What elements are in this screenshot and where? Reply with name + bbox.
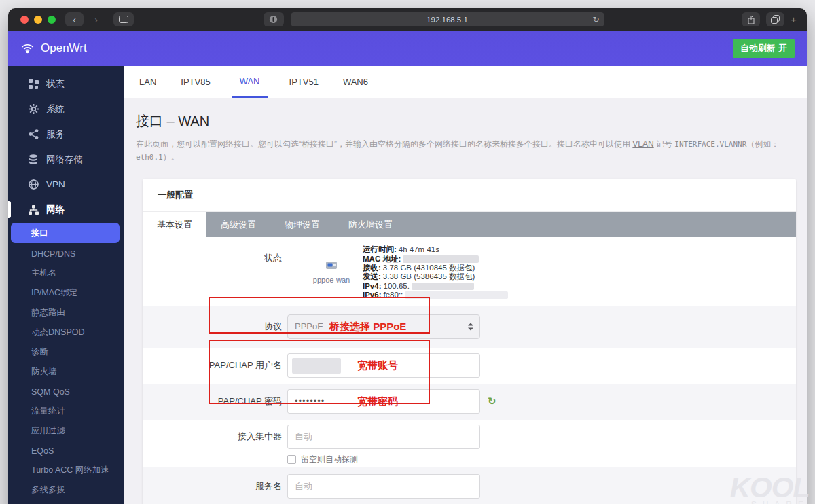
status-row: 状态 pppoe-wan 运行时间:4h 47m 41s MAC 地址: 接收:…: [143, 237, 796, 305]
sidebar-item-system[interactable]: 系统: [8, 96, 124, 122]
sidebar-subitem-static-routes[interactable]: 静态路由: [8, 303, 124, 323]
desc-text: （例如：: [746, 139, 779, 149]
status-value: 3.78 GB (4310845 数据包): [383, 264, 475, 272]
share-button[interactable]: [742, 12, 760, 26]
password-refresh-icon[interactable]: ↻: [488, 395, 496, 408]
traffic-lights: [20, 16, 56, 24]
page-settings-icon: [269, 15, 278, 24]
tab-wan[interactable]: WAN: [232, 66, 268, 98]
hint-text: 留空则自动探测: [301, 454, 358, 465]
tab-advanced-settings[interactable]: 高级设置: [206, 212, 270, 237]
status-value: 3.38 GB (5386435 数据包): [383, 272, 475, 281]
service-name-input[interactable]: [287, 474, 480, 499]
sidebar-subitem-label: 诊断: [31, 346, 48, 358]
page-settings-button[interactable]: [264, 12, 284, 26]
sidebar-subitem-eqos[interactable]: EQoS: [8, 441, 124, 461]
sidebar-item-status[interactable]: 状态: [8, 71, 124, 96]
nodes-icon: [28, 129, 39, 140]
auto-refresh-button[interactable]: 自动刷新 开: [733, 39, 795, 58]
checkbox-icon[interactable]: [287, 455, 296, 464]
sidebar-subitem-ddns[interactable]: 动态DNSPOD: [8, 323, 124, 342]
forward-button[interactable]: ›: [87, 12, 105, 26]
content-area: LAN IPTV85 WAN IPTV51 WAN6 接口 – WAN 在此页面…: [124, 66, 807, 504]
new-tab-button[interactable]: +: [791, 14, 800, 25]
status-key: 接收:: [363, 264, 381, 272]
back-button[interactable]: ‹: [65, 12, 84, 26]
sidebar-item-network[interactable]: 网络: [8, 197, 124, 222]
status-line-mac: MAC 地址:: [363, 255, 508, 264]
tab-lan[interactable]: LAN: [136, 66, 160, 98]
sidebar-subitem-label: 静态路由: [31, 307, 65, 319]
close-window-button[interactable]: [20, 16, 29, 24]
section-title: 一般配置: [143, 179, 796, 212]
sidebar-subitem-firewall[interactable]: 防火墙: [8, 362, 124, 382]
sidebar-item-label: 系统: [46, 103, 65, 115]
sidebar-subitem-label: 接口: [31, 228, 48, 239]
sidebar-subitem-hostname[interactable]: 主机名: [8, 264, 124, 283]
sidebar-item-storage[interactable]: 网络存储: [8, 147, 124, 172]
status-key: IPv6:: [363, 291, 382, 300]
sidebar-subitem-app-filter[interactable]: 应用过滤: [8, 421, 124, 441]
zoom-window-button[interactable]: [48, 16, 56, 24]
database-icon: [28, 154, 39, 165]
select-stepper-icon: [468, 323, 473, 330]
app-header: OpenWrt 自动刷新 开: [8, 31, 807, 66]
field-label: 状态: [143, 245, 282, 300]
sidebar-toggle-button[interactable]: [113, 12, 134, 26]
sidebar-subitem-turbo-acc[interactable]: Turbo ACC 网络加速: [8, 461, 124, 480]
tab-basic-settings[interactable]: 基本设置: [143, 212, 206, 237]
minimize-window-button[interactable]: [34, 16, 42, 24]
redacted-value: [412, 283, 474, 290]
sidebar-subitem-label: 防火墙: [31, 366, 57, 378]
sidebar-subitem-traffic-stats[interactable]: 流量统计: [8, 401, 124, 421]
access-concentrator-input[interactable]: [287, 425, 480, 449]
globe-icon: [28, 179, 39, 190]
reload-icon[interactable]: ↻: [592, 15, 599, 24]
brand-name: OpenWrt: [41, 41, 87, 55]
password-row: PAP/CHAP 密码 宽带密码 ↻: [143, 384, 796, 420]
address-bar[interactable]: 192.168.5.1 ↻: [291, 12, 604, 26]
openwrt-logo-icon: [20, 41, 35, 56]
gear-icon: [28, 104, 39, 115]
sidebar-subitem-diagnostics[interactable]: 诊断: [8, 342, 124, 362]
sidebar-subitem-sqm-qos[interactable]: SQM QoS: [8, 382, 124, 401]
tabs-overview-button[interactable]: [766, 12, 784, 26]
sidebar-subitem-label: 应用过滤: [31, 425, 65, 437]
sidebar-subitem-interfaces[interactable]: 接口: [11, 223, 120, 243]
sidebar-item-vpn[interactable]: VPN: [8, 172, 124, 197]
protocol-selected-value: PPPoE: [295, 321, 323, 331]
sidebar-subitem-ip-mac-binding[interactable]: IP/MAC绑定: [8, 283, 124, 303]
tab-iptv51[interactable]: IPTV51: [286, 66, 322, 98]
vlan-link[interactable]: VLAN: [632, 139, 653, 149]
sidebar-subitem-label: 主机名: [31, 268, 57, 279]
tab-iptv85[interactable]: IPTV85: [177, 66, 213, 98]
sidebar-subitem-label: 多线多拨: [31, 484, 65, 496]
annotation-username: 宽带账号: [357, 359, 398, 372]
browser-window: ‹ › 192.168.5.1 ↻: [8, 8, 807, 504]
concentrator-row: 接入集中器 留空则自动探测: [143, 420, 796, 467]
status-line-uptime: 运行时间:4h 47m 41s: [363, 245, 508, 254]
service-row: 服务名 留空则自动探测: [143, 467, 796, 504]
sidebar-subitem-label: SQM QoS: [31, 387, 70, 397]
redacted-username: [292, 358, 341, 374]
sidebar-subitem-label: 流量统计: [31, 406, 65, 417]
status-key: 运行时间:: [363, 245, 397, 254]
sidebar-item-label: 服务: [46, 128, 65, 141]
tab-firewall-settings[interactable]: 防火墙设置: [334, 212, 407, 237]
page-description: 在此页面，您可以配置网络接口。您可以勾选“桥接接口”，并输入由空格分隔的多个网络…: [136, 138, 795, 163]
sidebar-subitem-label: EQoS: [31, 446, 54, 456]
sidebar-item-services[interactable]: 服务: [8, 122, 124, 147]
tab-wan6[interactable]: WAN6: [340, 66, 372, 98]
tab-physical-settings[interactable]: 物理设置: [270, 212, 334, 237]
page-title: 接口 – WAN: [136, 112, 807, 130]
general-config-card: 一般配置 基本设置 高级设置 物理设置 防火墙设置 状态: [143, 179, 796, 504]
status-key: MAC 地址:: [363, 255, 401, 264]
sidebar-subitem-dhcp-dns[interactable]: DHCP/DNS: [8, 244, 124, 264]
config-tabs: 基本设置 高级设置 物理设置 防火墙设置: [143, 212, 796, 237]
dashboard-icon: [28, 79, 39, 90]
sidebar-item-label: VPN: [46, 179, 65, 190]
status-key: IPv4:: [363, 282, 382, 291]
network-interface-icon: [325, 260, 338, 270]
status-line-ipv4: IPv4:100.65.: [363, 282, 508, 291]
sidebar-subitem-multiwan[interactable]: 多线多拨: [8, 480, 124, 500]
